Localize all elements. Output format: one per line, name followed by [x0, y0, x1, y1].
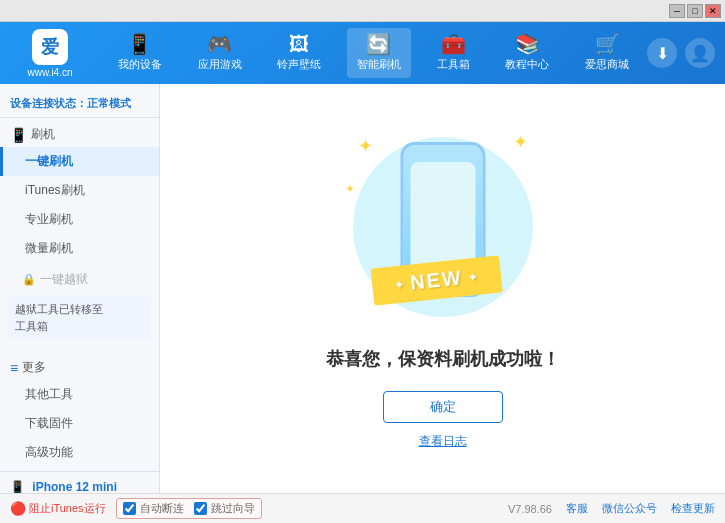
header: 爱 www.i4.cn 📱 我的设备 🎮 应用游戏 🖼 铃声壁纸 🔄 智能刷机 … [0, 22, 725, 84]
nav-my-device-label: 我的设备 [118, 57, 162, 72]
sidebar-item-itunes-flash[interactable]: iTunes刷机 [0, 176, 159, 205]
more-section-icon: ≡ [10, 360, 18, 376]
nav-my-device-icon: 📱 [127, 34, 152, 54]
jailbreak-label: 一键越狱 [40, 271, 88, 288]
minimize-btn[interactable]: ─ [669, 4, 685, 18]
main-layout: 设备连接状态：正常模式 📱 刷机 一键刷机 iTunes刷机 专业刷机 微量刷机… [0, 84, 725, 493]
close-btn[interactable]: ✕ [705, 4, 721, 18]
auto-disconnect-checkbox[interactable] [123, 502, 136, 515]
update-link[interactable]: 检查更新 [671, 501, 715, 516]
device-name-text: iPhone 12 mini [32, 480, 117, 493]
nav-wallpaper-label: 铃声壁纸 [277, 57, 321, 72]
section-more-title: ≡ 更多 [0, 355, 159, 380]
download-fw-label: 下载固件 [25, 416, 73, 430]
nav-apps[interactable]: 🎮 应用游戏 [188, 28, 252, 78]
section-flash-title: 📱 刷机 [0, 122, 159, 147]
advanced-label: 高级功能 [25, 445, 73, 459]
lock-icon: 🔒 [22, 273, 36, 286]
fix-flash-label: 微量刷机 [25, 241, 73, 255]
device-name: 📱 iPhone 12 mini [10, 480, 149, 493]
sidebar-item-pro-flash[interactable]: 专业刷机 [0, 205, 159, 234]
support-link[interactable]: 客服 [566, 501, 588, 516]
nav-apps-icon: 🎮 [207, 34, 232, 54]
nav-apps-label: 应用游戏 [198, 57, 242, 72]
nav-tutorial[interactable]: 📚 教程中心 [495, 28, 559, 78]
sparkle-right: ✦ [513, 131, 528, 153]
sidebar-item-other-tools[interactable]: 其他工具 [0, 380, 159, 409]
jailbreak-grayed: 🔒 一键越狱 [0, 267, 159, 292]
skip-wizard-checkbox[interactable] [194, 502, 207, 515]
bottom-left: 🔴 阻止iTunes运行 自动断连 跳过向导 [10, 498, 508, 519]
new-badge-text: NEW [409, 266, 464, 293]
version-text: V7.98.66 [508, 503, 552, 515]
confirm-button[interactable]: 确定 [383, 391, 503, 423]
stop-icon: 🔴 [10, 501, 26, 516]
bottom-right: V7.98.66 客服 微信公众号 检查更新 [508, 501, 715, 516]
pro-flash-label: 专业刷机 [25, 212, 73, 226]
one-click-flash-label: 一键刷机 [25, 154, 73, 168]
wechat-link[interactable]: 微信公众号 [602, 501, 657, 516]
jailbreak-note: 越狱工具已转移至工具箱 [8, 296, 151, 339]
nav-toolbox[interactable]: 🧰 工具箱 [427, 28, 480, 78]
stop-itunes: 🔴 阻止iTunes运行 [10, 501, 106, 516]
nav-shop-label: 爱思商城 [585, 57, 629, 72]
success-illustration: ✦ ✦ ✦ ✦ NEW ✦ [333, 127, 553, 327]
logo-url: www.i4.cn [27, 67, 72, 78]
nav-items: 📱 我的设备 🎮 应用游戏 🖼 铃声壁纸 🔄 智能刷机 🧰 工具箱 📚 教程中心… [100, 28, 647, 78]
nav-toolbox-label: 工具箱 [437, 57, 470, 72]
skip-wizard-label: 跳过向导 [211, 501, 255, 516]
nav-smart-flash[interactable]: 🔄 智能刷机 [347, 28, 411, 78]
wizard-link[interactable]: 查看日志 [419, 433, 467, 450]
itunes-flash-label: iTunes刷机 [25, 183, 85, 197]
flash-section-label: 刷机 [31, 126, 55, 143]
status-value: 正常模式 [87, 97, 131, 109]
success-message: 恭喜您，保资料刷机成功啦！ [326, 347, 560, 371]
nav-shop[interactable]: 🛒 爱思商城 [575, 28, 639, 78]
nav-my-device[interactable]: 📱 我的设备 [108, 28, 172, 78]
more-section-label: 更多 [22, 359, 46, 376]
nav-toolbox-icon: 🧰 [441, 34, 466, 54]
device-info-panel: 📱 iPhone 12 mini 64GB Down-12mini-13,1 [0, 471, 159, 493]
other-tools-label: 其他工具 [25, 387, 73, 401]
nav-shop-icon: 🛒 [595, 34, 620, 54]
nav-wallpaper-icon: 🖼 [289, 34, 309, 54]
logo: 爱 www.i4.cn [10, 29, 90, 78]
sidebar-item-download-fw[interactable]: 下载固件 [0, 409, 159, 438]
flash-section-icon: 📱 [10, 127, 27, 143]
section-more: ≡ 更多 其他工具 下载固件 高级功能 [0, 355, 159, 467]
sidebar-item-fix-flash[interactable]: 微量刷机 [0, 234, 159, 263]
download-btn[interactable]: ⬇ [647, 38, 677, 68]
checkbox-group: 自动断连 跳过向导 [116, 498, 262, 519]
logo-icon: 爱 [32, 29, 68, 65]
sparkle-small: ✦ [345, 182, 355, 196]
nav-wallpaper[interactable]: 🖼 铃声壁纸 [267, 28, 331, 78]
maximize-btn[interactable]: □ [687, 4, 703, 18]
nav-tutorial-icon: 📚 [515, 34, 540, 54]
status-label: 设备连接状态： [10, 97, 87, 109]
sidebar: 设备连接状态：正常模式 📱 刷机 一键刷机 iTunes刷机 专业刷机 微量刷机… [0, 84, 160, 493]
account-btn[interactable]: 👤 [685, 38, 715, 68]
content-area: ✦ ✦ ✦ ✦ NEW ✦ 恭喜您，保资料刷机成功啦！ 确定 查看日志 [160, 84, 725, 493]
sidebar-item-one-click-flash[interactable]: 一键刷机 [0, 147, 159, 176]
device-icon: 📱 [10, 480, 25, 493]
header-right-btns: ⬇ 👤 [647, 38, 715, 68]
sparkle-left: ✦ [358, 135, 373, 157]
bottom-bar: 🔴 阻止iTunes运行 自动断连 跳过向导 V7.98.66 客服 微信公众号… [0, 493, 725, 523]
nav-smart-flash-label: 智能刷机 [357, 57, 401, 72]
auto-disconnect-label: 自动断连 [140, 501, 184, 516]
stop-itunes-label: 阻止iTunes运行 [29, 501, 106, 516]
nav-tutorial-label: 教程中心 [505, 57, 549, 72]
title-bar: ─ □ ✕ [0, 0, 725, 22]
sidebar-item-advanced[interactable]: 高级功能 [0, 438, 159, 467]
section-flash: 📱 刷机 一键刷机 iTunes刷机 专业刷机 微量刷机 [0, 122, 159, 263]
status-bar: 设备连接状态：正常模式 [0, 92, 159, 118]
nav-smart-flash-icon: 🔄 [366, 34, 391, 54]
